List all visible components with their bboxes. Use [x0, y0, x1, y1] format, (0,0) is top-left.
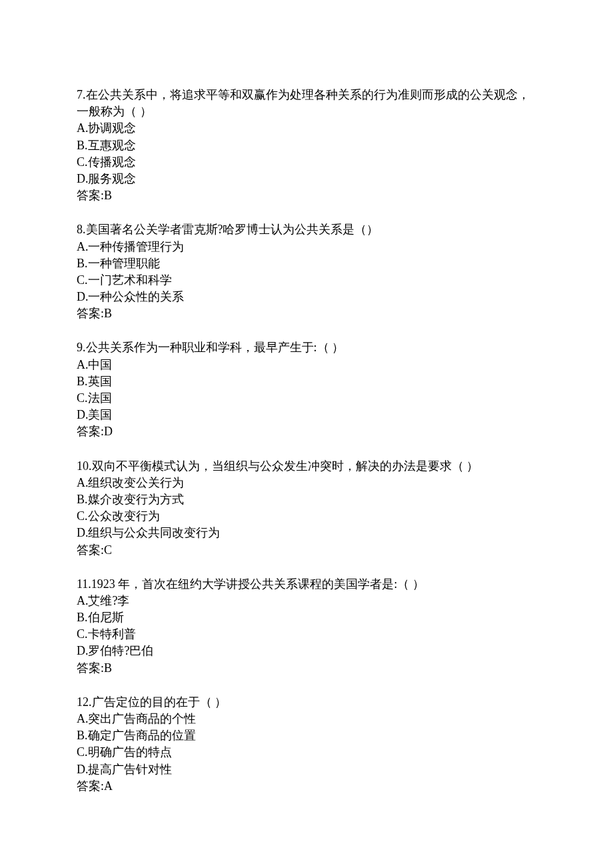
question-text: 11.1923 年，首次在纽约大学讲授公共关系课程的美国学者是:（ ） [77, 576, 536, 593]
option-d: D.美国 [77, 407, 536, 423]
option-d: D.罗伯特?巴伯 [77, 643, 536, 659]
answer-line: 答案:B [77, 660, 536, 677]
question-block: 8.美国著名公关学者雷克斯?哈罗博士认为公共关系是（）A.一种传播管理行为B.一… [77, 221, 536, 322]
option-a: A.组织改变公关行为 [77, 475, 536, 491]
answer-line: 答案:A [77, 778, 536, 795]
question-block: 12.广告定位的目的在于（ ）A.突出广告商品的个性B.确定广告商品的位置C.明… [77, 694, 536, 795]
option-b: B.伯尼斯 [77, 609, 536, 626]
option-c: C.公众改变行为 [77, 508, 536, 525]
question-text: 12.广告定位的目的在于（ ） [77, 694, 536, 711]
option-a: A.协调观念 [77, 120, 536, 137]
question-block: 11.1923 年，首次在纽约大学讲授公共关系课程的美国学者是:（ ）A.艾维?… [77, 576, 536, 677]
option-a: A.中国 [77, 357, 536, 373]
answer-line: 答案:C [77, 542, 536, 559]
option-d: D.提高广告针对性 [77, 761, 536, 778]
question-text: 7.在公共关系中，将追求平等和双赢作为处理各种关系的行为准则而形成的公关观念，一… [77, 87, 536, 120]
option-a: A.一种传播管理行为 [77, 239, 536, 255]
option-a: A.艾维?李 [77, 593, 536, 609]
option-b: B.英国 [77, 373, 536, 390]
question-text: 10.双向不平衡模式认为，当组织与公众发生冲突时，解决的办法是要求（ ） [77, 458, 536, 475]
answer-line: 答案:D [77, 423, 536, 440]
option-b: B.确定广告商品的位置 [77, 727, 536, 744]
question-text: 9.公共关系作为一种职业和学科，最早产生于:（ ） [77, 339, 536, 356]
answer-line: 答案:B [77, 187, 536, 204]
option-b: B.一种管理职能 [77, 255, 536, 272]
option-c: C.一门艺术和科学 [77, 272, 536, 289]
option-c: C.传播观念 [77, 154, 536, 171]
option-a: A.突出广告商品的个性 [77, 711, 536, 727]
option-d: D.组织与公众共同改变行为 [77, 525, 536, 541]
option-b: B.媒介改变行为方式 [77, 491, 536, 508]
option-c: C.法国 [77, 390, 536, 407]
question-block: 10.双向不平衡模式认为，当组织与公众发生冲突时，解决的办法是要求（ ）A.组织… [77, 458, 536, 559]
option-c: C.明确广告的特点 [77, 744, 536, 761]
question-text: 8.美国著名公关学者雷克斯?哈罗博士认为公共关系是（） [77, 221, 536, 238]
option-b: B.互惠观念 [77, 137, 536, 154]
question-block: 9.公共关系作为一种职业和学科，最早产生于:（ ）A.中国B.英国C.法国D.美… [77, 339, 536, 440]
option-d: D.服务观念 [77, 171, 536, 187]
option-c: C.卡特利普 [77, 626, 536, 643]
option-d: D.一种公众性的关系 [77, 289, 536, 305]
question-block: 7.在公共关系中，将追求平等和双赢作为处理各种关系的行为准则而形成的公关观念，一… [77, 87, 536, 204]
answer-line: 答案:B [77, 305, 536, 322]
